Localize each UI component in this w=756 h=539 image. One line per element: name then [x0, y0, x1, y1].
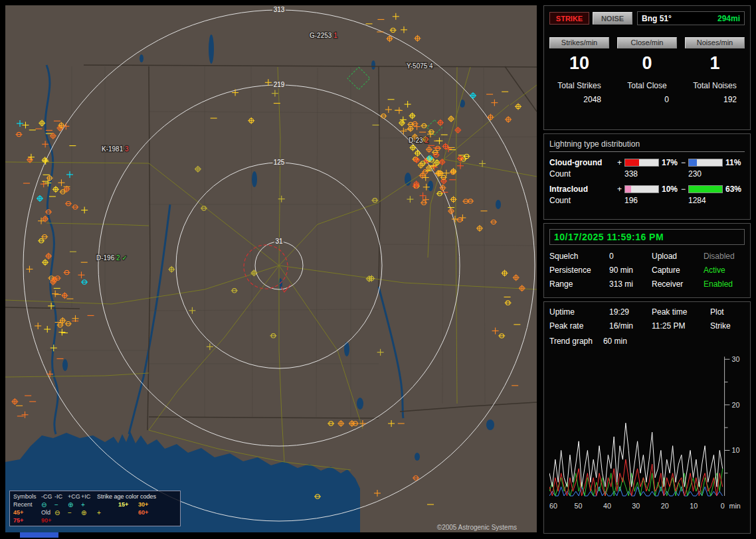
cg-minus-count: 230	[681, 169, 745, 179]
peak-rate-value: 16/min	[609, 321, 652, 331]
age-code-15: 15+	[118, 501, 138, 508]
ic-plus-bar	[624, 185, 659, 193]
upload-status: Disabled	[704, 252, 745, 261]
legend-col-nic: -IC	[54, 493, 68, 500]
trend-graph-label: Trend graph	[549, 337, 593, 346]
lake	[496, 200, 501, 209]
legend-col-pic: +IC	[81, 493, 97, 500]
copyright-text: ©2005 Astrogenic Systems	[437, 524, 517, 531]
trend-window-value: 60 min	[603, 337, 627, 346]
plot-value: Strike	[710, 321, 745, 331]
trend-graph: 1020306050403020100min	[549, 350, 745, 516]
range-ring-label: 313	[274, 6, 285, 13]
total-close-value: 0	[617, 95, 677, 104]
peak-time-value: 11:25 PM	[652, 321, 710, 331]
trend-x-label: 60	[549, 502, 557, 510]
cloud-ground-count-row: Count 338 230	[549, 169, 745, 179]
cg-plus-count: 338	[617, 169, 681, 179]
strike-mode-button[interactable]: STRIKE	[549, 12, 589, 25]
station-label: K-1981 3	[102, 145, 129, 153]
receiver-label: Receiver	[652, 279, 704, 289]
age-code-30: 30+	[138, 501, 158, 508]
distribution-panel: Lightning type distribution Cloud-ground…	[543, 133, 751, 220]
age-code-75: 75+	[13, 517, 41, 524]
station-label: D-196 2 ✓	[96, 254, 128, 262]
squelch-label: Squelch	[549, 252, 609, 261]
lake	[140, 54, 143, 62]
peak-rate-label: Peak rate	[549, 321, 609, 331]
strikes-per-min-button[interactable]: Strikes/min	[549, 37, 609, 48]
lake	[486, 420, 494, 430]
cg-plus-bar	[624, 159, 659, 167]
datetime-display: 10/17/2025 11:59:16 PM	[549, 229, 745, 245]
ic-minus-bar	[688, 185, 723, 193]
minus-icon: −	[54, 502, 68, 508]
circle-plus-icon: ⊕	[68, 502, 81, 508]
range-ring-label: 125	[274, 159, 285, 166]
lake	[428, 181, 433, 191]
ic-plus-count: 196	[617, 196, 681, 205]
uptime-value: 19:29	[609, 307, 652, 317]
upload-label: Upload	[652, 252, 704, 261]
trend-x-label: 0	[721, 502, 725, 510]
noises-per-min-value: 1	[685, 53, 745, 74]
bearing-value: Bng 51°	[642, 14, 672, 23]
close-per-min-value: 0	[617, 53, 677, 74]
lake	[415, 453, 420, 461]
plus-sign: +	[617, 158, 622, 167]
intracloud-row: Intracloud + 10% − 63%	[549, 185, 745, 194]
circle-minus-icon: ⊖	[54, 510, 68, 516]
legend-col-ncg: -CG	[41, 493, 54, 500]
trend-x-label: 50	[574, 502, 582, 510]
cg-minus-pct: 11%	[725, 158, 741, 167]
app-window: { "map": { "colors": { "bg": "#574e47", …	[0, 0, 756, 539]
plot-label: Plot	[710, 307, 745, 317]
bearing-range-value: 294mi	[717, 14, 740, 23]
lake	[344, 342, 349, 356]
total-noises-label: Total Noises	[685, 81, 745, 90]
lightning-map[interactable]: 31321912531G-2253 1Y-5075 4D-23 2K-1981 …	[5, 5, 537, 532]
count-label: Count	[549, 169, 617, 179]
sidebar: STRIKE NOISE Bng 51° 294mi Strikes/min 1…	[543, 5, 751, 534]
station-label: G-2253 1	[310, 32, 337, 39]
trend-x-label: 30	[632, 502, 640, 510]
noise-mode-button[interactable]: NOISE	[593, 12, 632, 25]
plus-icon: +	[97, 510, 118, 516]
legend-symbols-label: Symbols	[13, 493, 41, 500]
persistence-value: 90 min	[609, 266, 652, 275]
age-code-60: 60+	[138, 509, 158, 516]
trend-series-strikes	[549, 423, 723, 487]
plus-icon: +	[81, 502, 97, 508]
circle-plus-icon: ⊕	[81, 510, 97, 516]
age-code-90: 90+	[41, 517, 54, 524]
lake	[62, 359, 68, 371]
total-strikes-value: 2048	[549, 95, 609, 104]
map-canvas[interactable]: 31321912531G-2253 1Y-5075 4D-23 2K-1981 …	[5, 5, 537, 532]
persistence-label: Persistence	[549, 266, 609, 275]
trend-y-label: 30	[731, 355, 739, 363]
trend-x-label: 20	[661, 502, 669, 510]
minus-icon: −	[68, 510, 81, 516]
capture-status: Active	[704, 266, 745, 275]
noises-per-min-button[interactable]: Noises/min	[685, 37, 745, 48]
minus-sign: −	[681, 185, 686, 194]
lake	[405, 173, 411, 186]
station-label: D-23 2	[409, 137, 428, 144]
bearing-display: Bng 51° 294mi	[637, 11, 745, 25]
lake	[371, 60, 375, 70]
squelch-value: 0	[609, 252, 652, 261]
close-per-min-button[interactable]: Close/min	[617, 37, 677, 48]
circle-minus-icon: ⊖	[41, 502, 54, 508]
settings-panel: 10/17/2025 11:59:16 PM Squelch 0 Upload …	[543, 223, 751, 298]
trend-y-label: 20	[731, 401, 739, 409]
lake	[357, 398, 363, 410]
cg-minus-bar	[688, 159, 723, 167]
cloud-ground-label: Cloud-ground	[549, 158, 617, 167]
trend-y-label: 10	[731, 446, 739, 454]
taskbar-fragment[interactable]	[20, 532, 58, 538]
distribution-title: Lightning type distribution	[549, 139, 745, 152]
trend-x-label: 40	[603, 502, 611, 510]
trend-x-label: 10	[690, 502, 698, 510]
total-strikes-label: Total Strikes	[549, 81, 609, 90]
map-legend: Symbols -CG -IC +CG +IC Strike age color…	[9, 491, 181, 526]
